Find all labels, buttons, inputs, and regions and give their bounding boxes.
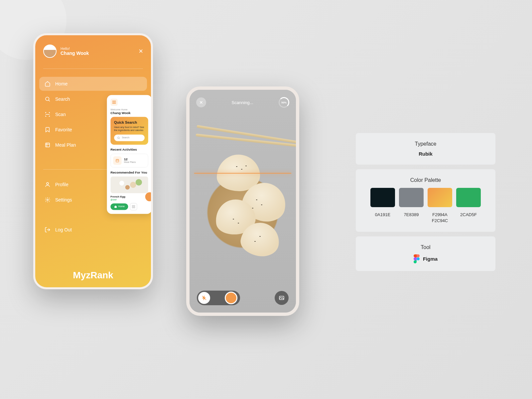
logout-icon	[45, 227, 51, 233]
svg-point-0	[46, 97, 49, 101]
reco-title: Recommended For You	[110, 170, 148, 174]
welcome-label: Welcome Home	[110, 108, 148, 111]
camera-viewport	[190, 90, 296, 313]
svg-point-3	[47, 199, 49, 201]
sidebar-item-label: Meal Plan	[55, 142, 76, 148]
close-button[interactable]	[196, 97, 206, 107]
svg-rect-5	[116, 159, 119, 162]
color-label: 0A191E	[370, 212, 395, 224]
reco-sub: @chef	[110, 199, 148, 200]
scan-line	[194, 173, 291, 174]
sidebar-item-home[interactable]: Home	[39, 77, 147, 91]
menu-icon[interactable]	[110, 99, 118, 106]
calendar-icon	[113, 156, 121, 165]
home-icon	[114, 205, 117, 208]
svg-point-2	[47, 183, 49, 185]
svg-rect-1	[46, 143, 50, 147]
reco-image[interactable]	[110, 176, 148, 193]
reco-name: French Egg	[110, 195, 148, 198]
sidebar-item-label: Settings	[55, 197, 72, 202]
recent-title: Recent Activities	[110, 148, 148, 151]
fab-button[interactable]	[145, 192, 153, 201]
color-swatch	[370, 188, 395, 207]
grid-icon	[132, 205, 136, 208]
progress-value: 50%	[281, 101, 287, 104]
search-icon	[45, 96, 51, 102]
svg-rect-6	[132, 205, 133, 206]
brand-label: MyzRank	[35, 270, 151, 281]
typeface-heading: Typeface	[364, 141, 487, 147]
recent-tile[interactable]: 12 Meal Plans	[110, 154, 148, 167]
recent-label: Meal Plans	[124, 161, 136, 164]
color-swatch	[399, 188, 424, 207]
color-swatch	[456, 188, 481, 207]
image-icon	[279, 295, 285, 301]
svg-point-4	[118, 137, 119, 138]
flash-button[interactable]	[198, 292, 210, 304]
gallery-button[interactable]	[275, 291, 289, 305]
phone-drawer-mock: Hello! Chang Wook × Home Search Scan Fav…	[33, 33, 153, 289]
svg-rect-9	[134, 207, 135, 208]
color-swatch	[428, 188, 452, 207]
close-icon[interactable]: ×	[139, 47, 143, 56]
quick-search-card: Quick Search Have any food in mind? See …	[110, 117, 148, 145]
phone-scanner-mock: Scanning... 50%	[186, 86, 299, 316]
avatar[interactable]	[43, 45, 57, 58]
home-button[interactable]: Home	[110, 203, 128, 210]
sidebar-item-label: Log Out	[55, 227, 72, 232]
home-card: Welcome Home Chang Wook Quick Search Hav…	[107, 95, 152, 214]
sidebar-item-label: Search	[55, 96, 70, 102]
palette-heading: Color Palette	[364, 177, 487, 183]
close-icon	[199, 100, 203, 105]
style-panel: Typeface Rubik Color Palette 0A191E 7E83…	[356, 133, 495, 276]
recent-count: 12	[124, 157, 136, 161]
color-label: F2994A F2C94C	[428, 212, 452, 224]
scan-icon	[45, 111, 51, 117]
svg-rect-7	[134, 205, 135, 206]
home-button-label: Home	[118, 205, 125, 208]
home-username: Chang Wook	[110, 111, 148, 115]
quick-search-title: Quick Search	[114, 120, 145, 125]
profile-icon	[45, 182, 51, 188]
palette-card: Color Palette 0A191E 7E8389 F2994A F2C94…	[356, 169, 495, 232]
tool-card: Tool Figma	[356, 236, 495, 271]
search-placeholder: Search	[122, 136, 130, 139]
camera-toggle[interactable]	[197, 291, 240, 305]
search-icon	[117, 136, 120, 139]
divider	[43, 68, 143, 69]
meal-plan-icon	[45, 142, 51, 148]
shutter-button[interactable]	[225, 292, 237, 304]
color-label: 2CAD5F	[456, 212, 481, 224]
sidebar-item-logout[interactable]: Log Out	[39, 223, 147, 237]
sidebar-item-label: Scan	[55, 112, 66, 117]
sidebar-item-label: Favorite	[55, 127, 72, 132]
search-input[interactable]: Search	[114, 134, 145, 141]
tool-heading: Tool	[364, 244, 487, 250]
sidebar-item-label: Profile	[55, 182, 68, 187]
typeface-card: Typeface Rubik	[356, 133, 495, 165]
svg-rect-8	[132, 207, 133, 208]
greeting-label: Hello!	[61, 47, 135, 51]
sidebar-item-label: Home	[55, 81, 67, 86]
grid-button[interactable]	[130, 203, 137, 210]
tool-value: Figma	[423, 256, 438, 262]
home-icon	[45, 81, 51, 87]
quick-search-sub: Have any food in mind? See the ingredien…	[114, 126, 145, 132]
favorite-icon	[45, 127, 51, 133]
scanning-label: Scanning...	[231, 100, 253, 105]
color-label: 7E8389	[399, 212, 424, 224]
typeface-value: Rubik	[364, 151, 487, 157]
username-label: Chang Wook	[61, 51, 135, 56]
progress-ring: 50%	[279, 97, 289, 108]
figma-icon	[414, 254, 420, 263]
flash-off-icon	[201, 295, 207, 301]
gear-icon	[45, 197, 51, 203]
